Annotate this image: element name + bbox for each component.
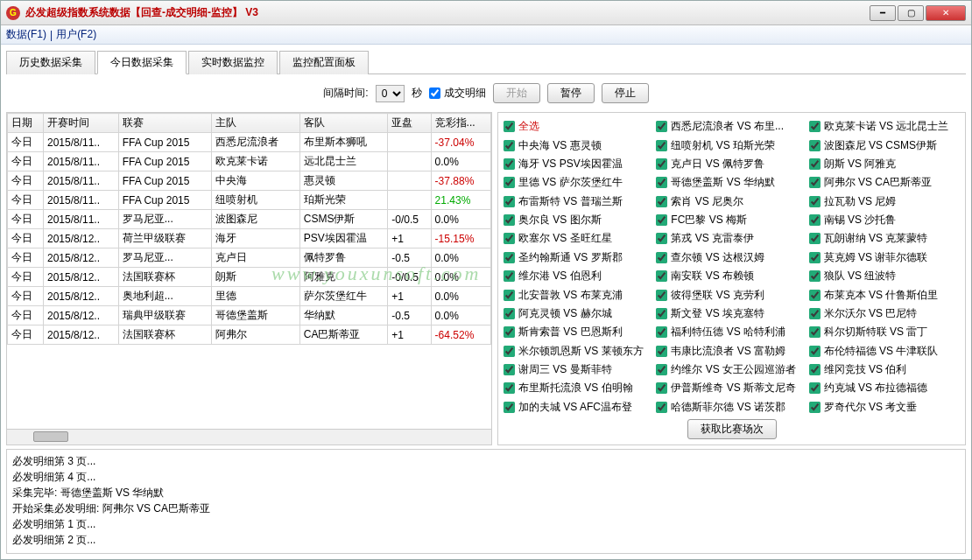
match-checkbox[interactable]: 南锡 VS 沙托鲁: [809, 212, 960, 228]
match-checkbox[interactable]: 第戎 VS 克雷泰伊: [656, 230, 806, 247]
match-checkbox[interactable]: 海牙 VS PSV埃因霍温: [504, 156, 654, 172]
match-checkbox[interactable]: 北安普敦 VS 布莱克浦: [504, 286, 654, 303]
column-header[interactable]: 日期: [8, 114, 44, 133]
stop-button[interactable]: 停止: [602, 83, 649, 103]
match-checkbox[interactable]: 彼得堡联 VS 克劳利: [656, 286, 806, 303]
log-line: 开始采集必发明细: 阿弗尔 VS CA巴斯蒂亚: [12, 500, 960, 516]
table-row[interactable]: 今日2015/8/12..罗马尼亚...克卢日佩特罗鲁-0.50.0%: [8, 248, 491, 268]
log-pane[interactable]: 必发明细第 3 页...必发明细第 4 页...采集完毕: 哥德堡盖斯 VS 华…: [6, 449, 966, 554]
table-row[interactable]: 今日2015/8/12..瑞典甲级联赛哥德堡盖斯华纳默-0.50.0%: [8, 306, 491, 326]
tab-strip: 历史数据采集今日数据采集实时数据监控监控配置面板: [6, 50, 966, 74]
match-checkbox[interactable]: 朗斯 VS 阿雅克: [809, 156, 960, 172]
match-checkbox[interactable]: 索肖 VS 尼奥尔: [656, 193, 806, 210]
match-checkbox[interactable]: 欧塞尔 VS 圣旺红星: [504, 230, 654, 247]
match-checkbox[interactable]: 福利特伍德 VS 哈特利浦: [656, 324, 806, 340]
table-row[interactable]: 今日2015/8/12..法国联赛杯阿弗尔CA巴斯蒂亚+1-64.52%: [8, 326, 491, 345]
grid-pane: 日期开赛时间联赛主队客队亚盘竞彩指...今日2015/8/11..FFA Cup…: [6, 112, 492, 445]
maximize-button[interactable]: ▢: [898, 5, 924, 21]
tab-0[interactable]: 历史数据采集: [6, 51, 95, 74]
match-checkbox[interactable]: 圣约翰斯通 VS 罗斯郡: [504, 249, 654, 266]
match-checkbox[interactable]: 科尔切斯特联 VS 雷丁: [809, 324, 960, 340]
match-checkbox[interactable]: 约克城 VS 布拉德福德: [809, 380, 960, 396]
detail-checkbox-wrap[interactable]: 成交明细: [429, 86, 486, 101]
table-row[interactable]: 今日2015/8/11..FFA Cup 2015西悉尼流浪者布里斯本狮吼-37…: [8, 133, 491, 152]
match-checkbox[interactable]: 狼队 VS 纽波特: [809, 268, 960, 284]
pause-button[interactable]: 暂停: [547, 83, 595, 103]
minimize-button[interactable]: ━: [870, 5, 896, 21]
match-checkbox[interactable]: 加的夫城 VS AFC温布登: [504, 399, 654, 416]
tab-3[interactable]: 监控配置面板: [279, 51, 369, 74]
match-checkbox[interactable]: 谢周三 VS 曼斯菲特: [504, 361, 654, 378]
match-checkbox[interactable]: 哥德堡盖斯 VS 华纳默: [656, 174, 806, 191]
match-checkbox[interactable]: 布伦特福德 VS 牛津联队: [809, 343, 960, 360]
log-line: 必发明细第 3 页...: [12, 453, 960, 469]
detail-checkbox[interactable]: [429, 88, 440, 99]
match-checkbox[interactable]: 阿克灵顿 VS 赫尔城: [504, 305, 654, 322]
table-row[interactable]: 今日2015/8/12..荷兰甲级联赛海牙PSV埃因霍温+1-15.15%: [8, 229, 491, 248]
match-checkbox[interactable]: 韦康比流浪者 VS 富勒姆: [656, 343, 806, 360]
fetch-bar: 获取比赛场次: [504, 416, 960, 439]
table-row[interactable]: 今日2015/8/11..FFA Cup 2015中央海惠灵顿-37.88%: [8, 172, 491, 191]
column-header[interactable]: 开赛时间: [43, 114, 118, 133]
data-grid[interactable]: 日期开赛时间联赛主队客队亚盘竞彩指...今日2015/8/11..FFA Cup…: [7, 113, 491, 429]
log-line: 必发明细第 4 页...: [12, 469, 960, 485]
column-header[interactable]: 竞彩指...: [431, 114, 490, 133]
content-area: 历史数据采集今日数据采集实时数据监控监控配置面板 间隔时间: 0 秒 成交明细 …: [1, 45, 971, 559]
match-checkbox[interactable]: 斯肯索普 VS 巴恩斯利: [504, 324, 654, 340]
table-row[interactable]: 今日2015/8/12..法国联赛杯朗斯阿雅克-0/0.50.0%: [8, 268, 491, 287]
log-line: 采集完毕: 哥德堡盖斯 VS 华纳默: [12, 485, 960, 500]
tab-2[interactable]: 实时数据监控: [188, 51, 278, 74]
match-checkbox[interactable]: 拉瓦勒 VS 尼姆: [809, 193, 960, 210]
table-row[interactable]: 今日2015/8/11..FFA Cup 2015欧克莱卡诺远北昆士兰0.0%: [8, 152, 491, 172]
interval-select[interactable]: 0: [376, 85, 405, 102]
match-checkbox[interactable]: 哈德斯菲尔德 VS 诺茨郡: [656, 399, 806, 416]
match-checkbox[interactable]: 维冈竞技 VS 伯利: [809, 361, 960, 378]
match-checkbox[interactable]: 斯文登 VS 埃克塞特: [656, 305, 806, 322]
match-checkbox[interactable]: 西悉尼流浪者 VS 布里...: [656, 118, 806, 135]
match-checkbox[interactable]: 维尔港 VS 伯恩利: [504, 268, 654, 284]
select-all-checkbox[interactable]: 全选: [504, 118, 654, 135]
table-row[interactable]: 今日2015/8/12..奥地利超...里德萨尔茨堡红牛+10.0%: [8, 287, 491, 306]
match-checkbox[interactable]: 布莱克本 VS 什鲁斯伯里: [809, 286, 960, 303]
start-button[interactable]: 开始: [493, 83, 540, 103]
window-buttons: ━ ▢ ✕: [868, 5, 966, 21]
column-header[interactable]: 主队: [212, 114, 300, 133]
match-checkbox[interactable]: 波图森尼 VS CSMS伊斯: [809, 136, 960, 153]
match-checkbox[interactable]: 米尔沃尔 VS 巴尼特: [809, 305, 960, 322]
match-checkbox[interactable]: FC巴黎 VS 梅斯: [656, 212, 806, 228]
match-checkbox[interactable]: 罗奇代尔 VS 考文垂: [809, 399, 960, 416]
menu-data[interactable]: 数据(F1): [6, 27, 46, 42]
match-checkbox[interactable]: 中央海 VS 惠灵顿: [504, 136, 654, 153]
table-row[interactable]: 今日2015/8/11..罗马尼亚...波图森尼CSMS伊斯-0/0.50.0%: [8, 210, 491, 229]
table-row[interactable]: 今日2015/8/11..FFA Cup 2015纽喷射机珀斯光荣21.43%: [8, 191, 491, 210]
fetch-matches-button[interactable]: 获取比赛场次: [687, 419, 777, 439]
match-checkbox[interactable]: 瓦朗谢纳 VS 克莱蒙特: [809, 230, 960, 247]
column-header[interactable]: 客队: [299, 114, 388, 133]
match-checkbox[interactable]: 约维尔 VS 女王公园巡游者: [656, 361, 806, 378]
column-header[interactable]: 联赛: [118, 114, 211, 133]
match-checkbox[interactable]: 布雷斯特 VS 普瑞兰斯: [504, 193, 654, 210]
match-checkbox[interactable]: 纽喷射机 VS 珀斯光荣: [656, 136, 806, 153]
interval-label: 间隔时间:: [323, 86, 368, 101]
close-button[interactable]: ✕: [926, 5, 966, 21]
match-checkbox[interactable]: 伊普斯维奇 VS 斯蒂文尼奇: [656, 380, 806, 396]
tab-1[interactable]: 今日数据采集: [97, 51, 187, 74]
window-title: 必发超级指数系统数据【回查-成交明细-监控】 V3: [25, 5, 868, 20]
match-checkbox[interactable]: 克卢日 VS 佩特罗鲁: [656, 156, 806, 172]
menu-user[interactable]: 用户(F2): [56, 27, 96, 42]
toolbar: 间隔时间: 0 秒 成交明细 开始 暂停 停止: [6, 78, 966, 108]
horizontal-scrollbar[interactable]: [7, 429, 491, 444]
main-row: 日期开赛时间联赛主队客队亚盘竞彩指...今日2015/8/11..FFA Cup…: [6, 112, 966, 445]
match-checkbox[interactable]: 莫克姆 VS 谢菲尔德联: [809, 249, 960, 266]
titlebar: G 必发超级指数系统数据【回查-成交明细-监控】 V3 ━ ▢ ✕: [1, 1, 971, 25]
match-checkbox[interactable]: 里德 VS 萨尔茨堡红牛: [504, 174, 654, 191]
match-checkbox[interactable]: 布里斯托流浪 VS 伯明翰: [504, 380, 654, 396]
log-line: 必发明细第 2 页...: [12, 532, 960, 548]
match-checkbox[interactable]: 奥尔良 VS 图尔斯: [504, 212, 654, 228]
column-header[interactable]: 亚盘: [388, 114, 431, 133]
match-checkbox[interactable]: 查尔顿 VS 达根汉姆: [656, 249, 806, 266]
match-checkbox[interactable]: 南安联 VS 布赖顿: [656, 268, 806, 284]
match-checkbox[interactable]: 阿弗尔 VS CA巴斯蒂亚: [809, 174, 960, 191]
match-checkbox[interactable]: 欧克莱卡诺 VS 远北昆士兰: [809, 118, 960, 135]
match-checkbox[interactable]: 米尔顿凯恩斯 VS 莱顿东方: [504, 343, 654, 360]
